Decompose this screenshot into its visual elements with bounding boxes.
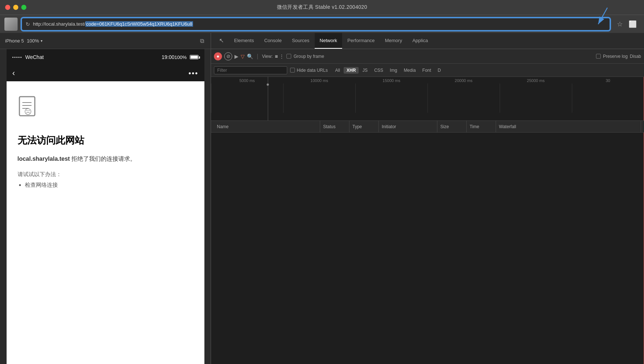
list-view-icon[interactable]: ≡ (275, 53, 278, 59)
error-icon-container: ☹ (18, 96, 193, 123)
maximize-button[interactable] (21, 5, 26, 10)
tab-application-label: Applica (412, 38, 428, 43)
filter-bar: Hide data URLs All XHR JS CSS Img Media … (211, 64, 644, 77)
record-button[interactable]: ● (214, 52, 222, 60)
browser-bar: ↻ http://local.sharylala.test/code=061KF… (0, 15, 644, 33)
tab-elements-label: Elements (234, 38, 254, 43)
main-area: iPhone 5 100% ▾ ⧉ ••••• WeChat 19:00 100… (0, 33, 644, 364)
table-body (211, 133, 644, 364)
status-right: 100% (174, 55, 198, 60)
phone-nav-bar: ‹ ••• (7, 65, 204, 81)
group-by-frame-box[interactable] (286, 54, 291, 59)
clear-button[interactable]: ⊘ (224, 52, 232, 60)
tree-view-icon[interactable]: ⋮ (279, 53, 284, 59)
filter-doc[interactable]: D (435, 67, 444, 74)
devtools-toolbar: ● ⊘ ▶ ▽ 🔍 | View: ≡ ⋮ Group by frame Pre… (211, 49, 644, 64)
filter-icon[interactable]: ▽ (241, 53, 245, 59)
avatar (4, 18, 18, 31)
preserve-log-label: Preserve log (603, 54, 628, 59)
preserve-log-checkbox[interactable]: Preserve log (596, 54, 628, 59)
more-button[interactable]: ••• (188, 69, 198, 78)
tab-performance-label: Performance (347, 38, 374, 43)
filter-js[interactable]: JS (359, 67, 370, 74)
signal-dots: ••••• (12, 55, 23, 59)
tab-memory[interactable]: Memory (380, 33, 407, 49)
group-by-frame-checkbox[interactable]: Group by frame (286, 54, 324, 59)
minimize-button[interactable] (13, 5, 18, 10)
th-waterfall[interactable]: Waterfall (496, 121, 641, 132)
group-by-frame-label: Group by frame (293, 54, 324, 59)
tab-elements[interactable]: Elements (229, 33, 259, 49)
tab-console[interactable]: Console (259, 33, 287, 49)
duplicate-icon[interactable]: ⧉ (199, 36, 206, 46)
url-text: http://local.sharylala.test/code=061KFU6… (33, 21, 606, 27)
record-icon: ● (216, 53, 219, 59)
device-selector[interactable]: iPhone 5 100% ▾ (5, 38, 42, 44)
url-highlight: code=061KFU6q1cSrWI05w54q1XRU6q1KFU6u8 (85, 21, 193, 27)
tab-network-label: Network (320, 38, 337, 43)
filter-input[interactable] (214, 66, 287, 74)
tick-15000: 15000 ms (355, 78, 428, 83)
filter-css[interactable]: CSS (371, 67, 386, 74)
tick-30000: 30 (572, 78, 644, 83)
filter-media[interactable]: Media (401, 67, 419, 74)
timeline-area[interactable]: 5000 ms 10000 ms 15000 ms 20000 ms 25000… (211, 77, 644, 121)
battery-percent: 100% (174, 55, 186, 60)
error-title: 无法访问此网站 (18, 134, 193, 147)
close-button[interactable] (5, 5, 10, 10)
th-name[interactable]: Name (214, 121, 320, 132)
device-name: iPhone 5 (5, 38, 24, 44)
battery-icon (190, 55, 199, 59)
error-document-icon: ☹ (18, 96, 40, 122)
mobile-panel: iPhone 5 100% ▾ ⧉ ••••• WeChat 19:00 100… (0, 33, 211, 364)
tab-console-label: Console (264, 38, 282, 43)
tick-5000: 5000 ms (211, 78, 283, 83)
hide-data-urls-checkbox[interactable]: Hide data URLs (290, 68, 328, 73)
video-icon[interactable]: ▶ (234, 53, 238, 59)
phone-status-bar: ••••• WeChat 19:00 100% (7, 49, 204, 65)
view-label: View: (262, 54, 273, 59)
tick-10000: 10000 ms (283, 78, 355, 83)
filter-xhr[interactable]: XHR (344, 67, 359, 74)
phone-content: ☹ 无法访问此网站 local.sharylala.test 拒绝了我们的连接请… (7, 81, 204, 364)
window-icon[interactable]: ⬜ (629, 20, 637, 28)
preserve-log-box[interactable] (596, 54, 601, 59)
timeline-ticks: 5000 ms 10000 ms 15000 ms 20000 ms 25000… (211, 77, 644, 83)
filter-all[interactable]: All (332, 67, 343, 74)
traffic-lights (5, 5, 26, 10)
cursor-tab[interactable]: ↖ (214, 33, 229, 49)
error-description: local.sharylala.test 拒绝了我们的连接请求。 (18, 154, 193, 164)
tab-application[interactable]: Applica (407, 33, 433, 49)
hide-data-urls-label: Hide data URLs (297, 68, 328, 73)
tab-sources-label: Sources (292, 38, 310, 43)
disable-cache-label: Disab (630, 54, 641, 59)
chevron-down-icon: ▾ (41, 39, 42, 43)
th-time[interactable]: Time (467, 121, 496, 132)
reload-icon[interactable]: ↻ (26, 21, 30, 27)
view-icons: ≡ ⋮ (275, 53, 284, 59)
th-type[interactable]: Type (349, 121, 379, 132)
th-size[interactable]: Size (437, 121, 467, 132)
tab-network[interactable]: Network (315, 33, 343, 49)
th-initiator[interactable]: Initiator (379, 121, 437, 132)
back-button[interactable]: ‹ (12, 69, 15, 77)
cursor-icon: ↖ (219, 37, 224, 44)
url-bar[interactable]: ↻ http://local.sharylala.test/code=061KF… (21, 18, 610, 31)
table-header: Name Status Type Initiator Size Time Wat… (211, 121, 644, 133)
error-domain: local.sharylala.test (18, 156, 70, 162)
tick-20000: 20000 ms (428, 78, 500, 83)
th-status[interactable]: Status (320, 121, 349, 132)
mobile-frame: ••••• WeChat 19:00 100% ‹ ••• (0, 49, 211, 364)
hide-data-urls-box[interactable] (290, 68, 295, 73)
search-icon[interactable]: 🔍 (247, 53, 253, 59)
svg-text:☹: ☹ (24, 108, 32, 116)
filter-type-buttons: All XHR JS CSS Img Media Font D (332, 67, 444, 74)
tab-performance[interactable]: Performance (342, 33, 380, 49)
star-icon[interactable]: ☆ (617, 20, 623, 28)
filter-font[interactable]: Font (419, 67, 434, 74)
tab-sources[interactable]: Sources (287, 33, 315, 49)
filter-img[interactable]: Img (387, 67, 400, 74)
url-prefix: http://local.sharylala.test/ (33, 21, 85, 27)
timeline-cursor-dot (267, 83, 269, 86)
list-item: 检查网络连接 (25, 182, 193, 189)
